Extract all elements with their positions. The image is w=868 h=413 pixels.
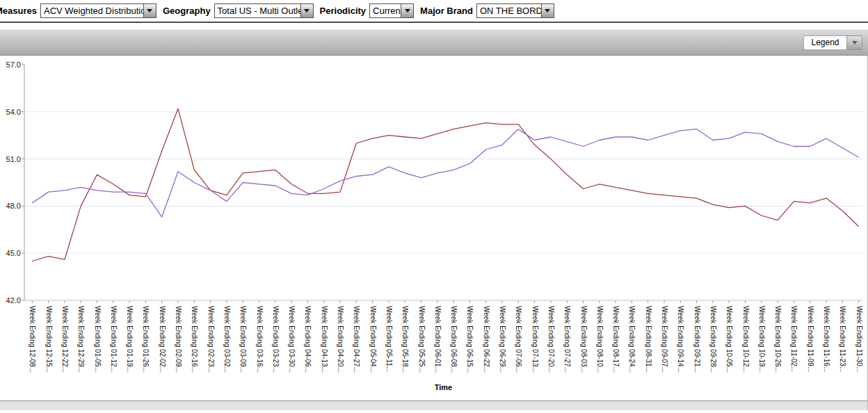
x-axis-tick-label: Week Ending 07-13...: [531, 306, 539, 373]
x-axis-tick-label: Week Ending 01-19...: [126, 306, 134, 373]
x-axis-tick-label: Week Ending 09-07...: [661, 306, 668, 373]
x-axis-tick-label: Week Ending 02-16...: [191, 306, 198, 373]
x-axis-tick-label: Week Ending 12-08...: [29, 306, 36, 373]
dropdown-arrow-icon[interactable]: [541, 4, 554, 17]
x-axis-tick-label: Week Ending 01-12...: [110, 306, 118, 373]
x-axis-tick-label: Week Ending 01-26...: [142, 306, 150, 373]
geography-dropdown[interactable]: Total US - Multi Outlet: [214, 3, 314, 18]
dropdown-arrow-icon[interactable]: [401, 4, 413, 17]
x-axis-tick-label: Week Ending 10-19...: [758, 306, 766, 373]
x-axis-tick-label: Week Ending 08-31...: [645, 306, 652, 373]
y-axis-tick-label: 54.0: [6, 108, 21, 116]
chevron-down-icon: [545, 9, 550, 13]
x-axis-tick-label: Week Ending 05-11...: [385, 306, 393, 372]
series-line-red: [32, 108, 858, 261]
x-axis-tick-label: Week Ending 06-08...: [450, 306, 458, 373]
chevron-down-icon: [405, 9, 410, 13]
x-axis-tick-label: Week Ending 11-23...: [839, 306, 846, 372]
x-axis-tick-label: Week Ending 02-09...: [175, 306, 182, 373]
x-axis-tick-label: Week Ending 08-17...: [612, 306, 620, 373]
x-axis-tick-label: Week Ending 07-20...: [547, 306, 555, 373]
x-axis-tick-label: Week Ending 09-28...: [709, 306, 717, 373]
x-axis-tick-label: Week Ending 12-15...: [45, 306, 53, 373]
y-axis-tick-label: 48.0: [6, 202, 21, 210]
measures-label: Measures: [0, 6, 37, 16]
dropdown-arrow-icon[interactable]: [143, 4, 156, 17]
chevron-down-icon: [147, 9, 152, 13]
x-axis-tick-label: Week Ending 04-06...: [304, 306, 312, 373]
measures-dropdown[interactable]: ACV Weighted Distribution: [40, 3, 156, 18]
y-axis-tick-label: 45.0: [6, 249, 21, 257]
x-axis-tick-label: Week Ending 12-29...: [77, 306, 85, 373]
x-axis-tick-label: Week Ending 03-23...: [272, 306, 280, 373]
major-brand-dropdown[interactable]: ON THE BORDER: [476, 3, 554, 18]
x-axis-tick-label: Week Ending 05-25...: [418, 306, 426, 373]
x-axis-tick-label: Week Ending 06-22...: [483, 306, 490, 373]
bottom-strip: [0, 401, 868, 410]
chevron-down-icon: [304, 9, 310, 13]
x-axis-tick-label: Week Ending 10-05...: [725, 306, 733, 373]
geography-dropdown-value: Total US - Multi Outlet: [215, 4, 300, 17]
x-axis-tick-label: Week Ending 11-02...: [790, 306, 798, 372]
spacer: [0, 23, 868, 29]
x-axis-tick-label: Week Ending 02-23...: [207, 306, 215, 373]
y-axis-tick-label: 51.0: [6, 155, 21, 163]
chart-svg: 42.045.048.051.054.057.0Week Ending 12-0…: [0, 56, 867, 400]
major-brand-dropdown-value: ON THE BORDER: [477, 4, 541, 17]
x-axis-tick-label: Week Ending 04-13...: [321, 306, 328, 373]
periodicity-dropdown[interactable]: Current: [369, 3, 414, 18]
x-axis-tick-label: Week Ending 11-16...: [823, 306, 830, 372]
y-axis-tick-label: 42.0: [6, 296, 21, 305]
chevron-down-icon: [852, 41, 858, 44]
x-axis-tick-label: Week Ending 06-15...: [466, 306, 474, 373]
x-axis-tick-label: Week Ending 10-26...: [774, 306, 782, 373]
x-axis-tick-label: Week Ending 12-22...: [61, 306, 69, 373]
x-axis-tick-label: Week Ending 08-03...: [580, 306, 588, 373]
x-axis-tick-label: Week Ending 09-21...: [693, 306, 701, 373]
x-axis-tick-label: Week Ending 07-06...: [515, 306, 522, 373]
chart-toolbar: Legend: [0, 29, 868, 56]
legend-button[interactable]: Legend: [803, 35, 862, 50]
x-axis-tick-label: Week Ending 05-04...: [369, 306, 377, 373]
x-axis-tick-label: Week Ending 02-02...: [159, 306, 166, 373]
x-axis-tick-label: Week Ending 08-10...: [596, 306, 604, 373]
x-axis-tick-label: Week Ending 03-09...: [239, 306, 247, 373]
x-axis-tick-label: Week Ending 01-05...: [94, 306, 102, 373]
x-axis-tick-label: Week Ending 03-16...: [256, 306, 264, 373]
x-axis-tick-label: Week Ending 06-29...: [499, 306, 506, 373]
x-axis-tick-label: Week Ending 11-09...: [807, 306, 814, 372]
x-axis-tick-label: Week Ending 09-14...: [677, 306, 684, 373]
dropdown-arrow-icon[interactable]: [300, 4, 313, 17]
geography-label: Geography: [163, 6, 211, 16]
x-axis-tick-label: Week Ending 04-20...: [337, 306, 344, 373]
x-axis-title: Time: [435, 383, 452, 391]
series-line-purple: [32, 129, 858, 218]
legend-dropdown-arrow[interactable]: [846, 35, 862, 50]
x-axis-tick-label: Week Ending 07-27...: [563, 306, 571, 373]
x-axis-tick-label: Week Ending 04-27...: [353, 306, 360, 373]
y-axis-tick-label: 57.0: [6, 60, 21, 69]
legend-button-label: Legend: [803, 35, 846, 50]
filter-bar: Measures ACV Weighted Distribution Geogr…: [0, 0, 868, 23]
major-brand-label: Major Brand: [420, 6, 473, 16]
measures-dropdown-value: ACV Weighted Distribution: [41, 4, 143, 17]
x-axis-tick-label: Week Ending 10-12...: [742, 306, 750, 373]
x-axis-tick-label: Week Ending 11-30...: [855, 306, 863, 372]
periodicity-dropdown-value: Current: [370, 4, 401, 17]
chart-panel: 42.045.048.051.054.057.0Week Ending 12-0…: [0, 56, 868, 401]
periodicity-label: Periodicity: [320, 6, 366, 16]
x-axis-tick-label: Week Ending 05-18...: [401, 306, 409, 373]
x-axis-tick-label: Week Ending 06-01...: [434, 306, 442, 373]
x-axis-tick-label: Week Ending 03-02...: [223, 306, 231, 373]
x-axis-tick-label: Week Ending 03-30...: [288, 306, 296, 373]
x-axis-tick-label: Week Ending 08-24...: [628, 306, 636, 373]
